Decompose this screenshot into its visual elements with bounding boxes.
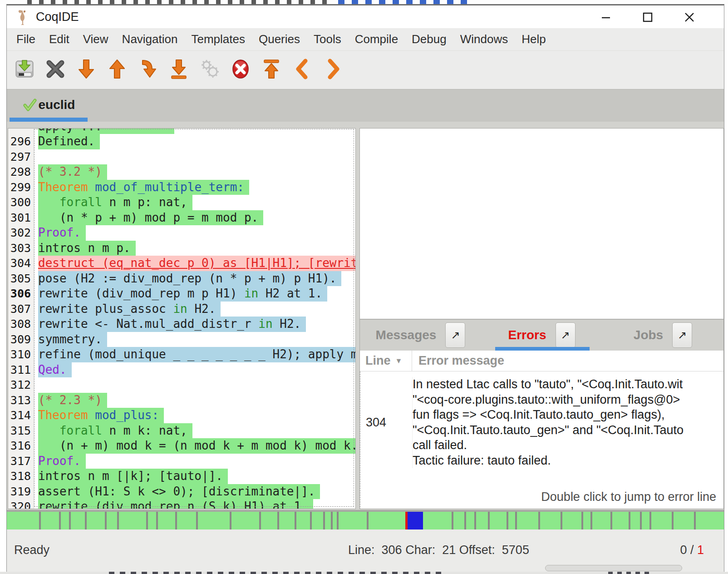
line-number: 310: [8, 347, 34, 362]
code-line[interactable]: 298(* 3.2 *): [8, 164, 355, 180]
code-line[interactable]: 312: [8, 377, 355, 393]
background-window-fragment: [27, 0, 331, 4]
title-bar[interactable]: CoqIDE: [7, 5, 724, 28]
segment-separator: [230, 512, 231, 529]
make-button[interactable]: [197, 56, 223, 84]
code-line[interactable]: 313(* 2.3 *): [8, 393, 355, 408]
code-line[interactable]: 305pose (H2 := div_mod_rep (n * p + m) p…: [8, 271, 355, 287]
close-buffer-button[interactable]: [42, 56, 69, 84]
menu-edit[interactable]: Edit: [42, 30, 76, 49]
line-number: 318: [8, 469, 34, 484]
code-line[interactable]: 317Proof.: [8, 454, 355, 469]
go-to-cursor-button[interactable]: [135, 56, 161, 84]
toolbar: [7, 51, 724, 89]
code-line[interactable]: apply ...: [8, 129, 355, 134]
code-line[interactable]: 320rewrite (div_mod_rep n (S k) H1) at 1…: [8, 499, 355, 509]
close-button[interactable]: [679, 10, 699, 25]
code-line[interactable]: 299Theorem mod_of_multiple_term:: [8, 180, 355, 195]
segment-separator: [175, 512, 177, 529]
error-row[interactable]: 304In nested Ltac calls to "tauto", "<Co…: [360, 371, 723, 468]
code-line[interactable]: 310refine (mod_unique _ _ _ _ _ _ _ H2);…: [8, 347, 355, 362]
code-line[interactable]: 302Proof.: [8, 225, 355, 241]
line-column-header[interactable]: Line ▼: [360, 351, 412, 371]
code-line[interactable]: 308rewrite <- Nat.mul_add_distr_r in H2.: [8, 317, 355, 332]
active-tab-indicator: [10, 118, 88, 122]
segment-separator: [694, 512, 696, 529]
minimize-button[interactable]: [596, 10, 616, 25]
code-line[interactable]: 297: [8, 149, 355, 165]
save-button[interactable]: [11, 56, 38, 84]
forward-one-step-icon: [75, 58, 97, 82]
restart-button[interactable]: [258, 56, 285, 84]
menu-debug[interactable]: Debug: [405, 30, 453, 49]
menu-tools[interactable]: Tools: [307, 30, 348, 49]
error-list-header: Line ▼ Error message: [360, 351, 723, 371]
code-line[interactable]: 303intros n m p.: [8, 241, 355, 256]
forward-one-step-button[interactable]: [73, 56, 99, 84]
segment-separator: [629, 512, 630, 529]
menu-templates[interactable]: Templates: [184, 30, 252, 49]
horizontal-scrollbar[interactable]: [545, 565, 682, 571]
status-bar: Ready Line: 306 Char: 21 Offset: 5705 0 …: [7, 529, 724, 572]
segment-separator: [474, 512, 476, 529]
line-number: 302: [8, 225, 34, 241]
tab-euclid[interactable]: euclid: [10, 91, 88, 118]
tab-errors[interactable]: Errors ↗: [481, 320, 602, 351]
coqide-window: CoqIDE FileEditViewNavigationTemplatesQu…: [6, 4, 724, 572]
line-number: 306: [8, 286, 34, 302]
code-line[interactable]: 316 (n + m) mod k = (n mod k + m mod k) …: [8, 438, 355, 454]
line-number: 296: [8, 134, 34, 149]
code-line[interactable]: 307rewrite plus_assoc in H2.: [8, 302, 355, 317]
segment-separator: [515, 512, 517, 529]
panel-tab-row: Messages ↗ Errors ↗ Jobs ↗: [360, 320, 723, 351]
line-number: 300: [8, 195, 34, 210]
goals-view[interactable]: [360, 129, 723, 319]
detach-jobs-button[interactable]: ↗: [672, 322, 692, 348]
menu-view[interactable]: View: [76, 30, 115, 49]
line-number: 299: [8, 180, 34, 195]
line-number: 320: [8, 499, 34, 509]
code-line[interactable]: 309symmetry.: [8, 332, 355, 347]
check-icon: [22, 97, 38, 113]
char-value: 21: [442, 543, 456, 557]
segment-separator: [117, 512, 119, 529]
code-line[interactable]: 296Defined.: [8, 134, 355, 149]
main-area: apply ...296Defined.297298(* 3.2 *)299Th…: [7, 122, 724, 510]
code-line[interactable]: 314Theorem mod_plus:: [8, 408, 355, 423]
error-hint: Double click to jump to error line: [541, 490, 716, 504]
menu-file[interactable]: File: [10, 30, 42, 49]
menu-bar: FileEditViewNavigationTemplatesQueriesTo…: [7, 28, 724, 51]
code-line[interactable]: 318intros n m [|k]; [tauto|].: [8, 469, 355, 484]
tab-jobs[interactable]: Jobs ↗: [602, 320, 723, 351]
menu-navigation[interactable]: Navigation: [115, 30, 185, 49]
backward-one-step-button[interactable]: [104, 56, 130, 84]
offset-label: Offset:: [459, 543, 495, 557]
maximize-button[interactable]: [638, 10, 658, 25]
segment-separator: [85, 512, 87, 529]
detach-errors-button[interactable]: ↗: [556, 322, 576, 348]
code-line[interactable]: 311Qed.: [8, 362, 355, 378]
code-line[interactable]: 304destruct (eq_nat_dec p 0) as [H1|H1];…: [8, 256, 355, 271]
tab-messages[interactable]: Messages ↗: [360, 320, 481, 351]
code-line[interactable]: 306rewrite (div_mod_rep m p H1) in H2 at…: [8, 286, 355, 302]
detach-messages-button[interactable]: ↗: [445, 322, 465, 348]
code-line[interactable]: 315 forall n m k: nat,: [8, 423, 355, 439]
code-line[interactable]: 300 forall n m p: nat,: [8, 195, 355, 210]
menu-windows[interactable]: Windows: [453, 30, 515, 49]
code-line[interactable]: 319assert (H1: S k <> 0); [discriminate|…: [8, 484, 355, 500]
menu-queries[interactable]: Queries: [252, 30, 307, 49]
interrupt-button[interactable]: [227, 56, 254, 84]
go-to-end-button[interactable]: [166, 56, 192, 84]
forward-button[interactable]: [320, 56, 346, 84]
background-window-top: [0, 0, 728, 4]
restart-icon: [261, 58, 282, 82]
script-editor[interactable]: apply ...296Defined.297298(* 3.2 *)299Th…: [8, 128, 356, 509]
code-line[interactable]: 301 (n * p + m) mod p = m mod p.: [8, 210, 355, 226]
menu-compile[interactable]: Compile: [348, 30, 405, 49]
segment-separator: [59, 512, 61, 529]
segment-separator: [156, 512, 158, 529]
segment-separator: [259, 512, 261, 529]
back-button[interactable]: [289, 56, 315, 84]
message-column-header[interactable]: Error message: [412, 351, 723, 371]
menu-help[interactable]: Help: [515, 30, 552, 49]
